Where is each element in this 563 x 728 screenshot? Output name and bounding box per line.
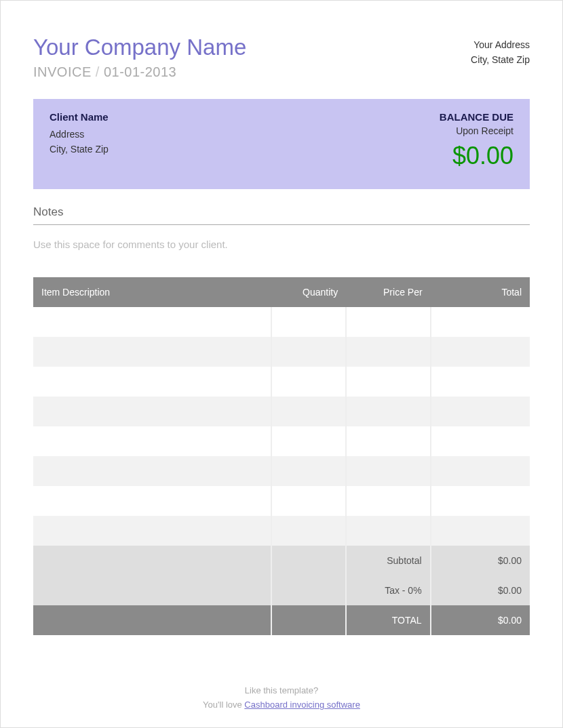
balance-terms: Upon Receipt — [440, 125, 513, 136]
table-cell-desc — [33, 456, 271, 486]
table-cell-price — [346, 337, 430, 367]
invoice-page: Your Company Name INVOICE / 01-01-2013 Y… — [0, 0, 563, 728]
table-cell-qty — [271, 367, 346, 397]
total-row: TOTAL $0.00 — [33, 605, 530, 635]
header-quantity: Quantity — [271, 277, 346, 307]
subtotal-label: Subtotal — [346, 546, 430, 575]
table-cell-total — [431, 516, 530, 546]
table-row — [33, 486, 530, 516]
header-description: Item Description — [33, 277, 271, 307]
table-cell-desc — [33, 516, 271, 546]
table-cell-price — [346, 307, 430, 337]
header-left: Your Company Name INVOICE / 01-01-2013 — [33, 35, 246, 80]
client-left: Client Name Address City, State Zip — [50, 111, 109, 170]
items-table-body — [33, 307, 530, 546]
table-cell-total — [431, 426, 530, 456]
table-cell-price — [346, 516, 430, 546]
table-cell-desc — [33, 426, 271, 456]
table-cell-desc — [33, 307, 271, 337]
invoice-label: INVOICE — [33, 64, 92, 79]
header-price: Price Per — [346, 277, 430, 307]
table-row — [33, 337, 530, 367]
footer-line2: You'll love Cashboard invoicing software — [1, 698, 562, 712]
balance-amount: $0.00 — [440, 142, 513, 170]
table-row — [33, 397, 530, 426]
tax-value: $0.00 — [431, 575, 530, 605]
footer: Like this template? You'll love Cashboar… — [1, 684, 562, 712]
tax-row: Tax - 0% $0.00 — [33, 575, 530, 605]
client-address-line1: Address — [50, 127, 109, 142]
table-cell-qty — [271, 397, 346, 426]
footer-line1: Like this template? — [1, 684, 562, 698]
client-address-line2: City, State Zip — [50, 142, 109, 157]
table-cell-qty — [271, 456, 346, 486]
table-cell-total — [431, 337, 530, 367]
table-cell-total — [431, 456, 530, 486]
invoice-separator: / — [96, 64, 104, 79]
table-cell-price — [346, 397, 430, 426]
your-address-line1: Your Address — [471, 37, 530, 52]
table-cell-qty — [271, 426, 346, 456]
notes-heading: Notes — [33, 205, 530, 219]
subtotal-row: Subtotal $0.00 — [33, 546, 530, 575]
items-table-head: Item Description Quantity Price Per Tota… — [33, 277, 530, 307]
table-row — [33, 516, 530, 546]
company-name: Your Company Name — [33, 35, 246, 60]
notes-placeholder: Use this space for comments to your clie… — [33, 239, 530, 250]
table-cell-desc — [33, 367, 271, 397]
invoice-date: 01-01-2013 — [104, 64, 176, 79]
table-cell-qty — [271, 337, 346, 367]
balance-due-label: BALANCE DUE — [440, 111, 513, 123]
table-cell-qty — [271, 516, 346, 546]
table-cell-desc — [33, 397, 271, 426]
invoice-line: INVOICE / 01-01-2013 — [33, 64, 246, 80]
table-cell-total — [431, 367, 530, 397]
your-address-line2: City, State Zip — [471, 52, 530, 67]
table-cell-qty — [271, 307, 346, 337]
client-box: Client Name Address City, State Zip BALA… — [33, 99, 530, 189]
header-right: Your Address City, State Zip — [471, 35, 530, 80]
table-cell-qty — [271, 486, 346, 516]
table-row — [33, 426, 530, 456]
client-right: BALANCE DUE Upon Receipt $0.00 — [440, 111, 513, 170]
items-table: Item Description Quantity Price Per Tota… — [33, 277, 530, 635]
subtotal-value: $0.00 — [431, 546, 530, 575]
header-total: Total — [431, 277, 530, 307]
table-cell-price — [346, 426, 430, 456]
notes-rule — [33, 224, 530, 225]
table-cell-price — [346, 486, 430, 516]
items-table-summary: Subtotal $0.00 Tax - 0% $0.00 TOTAL $0.0… — [33, 546, 530, 635]
table-row — [33, 307, 530, 337]
table-cell-total — [431, 397, 530, 426]
total-label: TOTAL — [346, 605, 430, 635]
footer-link[interactable]: Cashboard invoicing software — [244, 700, 360, 710]
table-cell-price — [346, 367, 430, 397]
table-row — [33, 367, 530, 397]
footer-prefix: You'll love — [203, 700, 244, 710]
total-value: $0.00 — [431, 605, 530, 635]
header: Your Company Name INVOICE / 01-01-2013 Y… — [33, 35, 530, 80]
tax-label: Tax - 0% — [346, 575, 430, 605]
client-name: Client Name — [50, 111, 109, 123]
table-cell-desc — [33, 337, 271, 367]
table-cell-total — [431, 307, 530, 337]
table-cell-price — [346, 456, 430, 486]
table-cell-total — [431, 486, 530, 516]
table-row — [33, 456, 530, 486]
table-cell-desc — [33, 486, 271, 516]
